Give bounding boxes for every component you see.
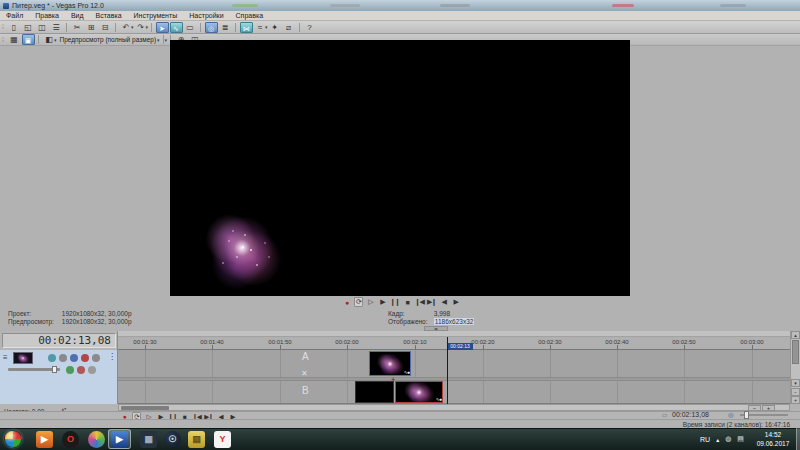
taskbar-explorer-icon[interactable]: ▦ xyxy=(140,431,157,448)
scroll-down-button[interactable]: ▾ xyxy=(791,379,800,387)
track-menu-icon[interactable]: ≡ xyxy=(3,353,8,362)
auto-crossfade-button[interactable]: ⋈ xyxy=(240,22,253,33)
taskbar-clock[interactable]: 14:52 09.06.2017 xyxy=(752,430,794,448)
composite-child-letter: В xyxy=(302,386,309,396)
horizontal-scroll-thumb[interactable] xyxy=(121,406,169,410)
track-motion-button[interactable] xyxy=(59,354,67,362)
solo-button[interactable] xyxy=(92,354,100,362)
scroll-up-button[interactable]: ▴ xyxy=(791,331,800,339)
external-monitor-button[interactable]: ▣ xyxy=(22,34,35,45)
zoom-tool-icon[interactable]: ◎ xyxy=(728,411,734,419)
tray-expand-icon[interactable]: ▴ xyxy=(716,436,719,443)
preview-quality-dropdown-icon[interactable]: ▾ xyxy=(157,37,160,43)
vertical-scroll-thumb[interactable] xyxy=(792,340,799,364)
selection-edit-tool-button[interactable]: ▭ xyxy=(184,22,197,33)
current-timecode-display[interactable]: 00:02:13,08 xyxy=(2,333,116,348)
record-button[interactable]: ● xyxy=(342,299,351,306)
taskbar-vegas-pro-icon[interactable]: ▶ xyxy=(111,431,128,448)
menu-file[interactable]: Файл xyxy=(0,12,29,19)
redo-dropdown-icon[interactable]: ▾ xyxy=(146,24,149,30)
video-event-track2-selected[interactable]: ∿● xyxy=(395,381,443,403)
taskbar-yandex-icon[interactable]: Y xyxy=(214,431,231,448)
tray-icon[interactable]: ◍ xyxy=(725,435,731,443)
event-fx-icon[interactable]: ∿● xyxy=(404,369,409,375)
pause-button[interactable]: ❙❙ xyxy=(390,298,400,306)
timeline-zoom-slider[interactable] xyxy=(740,414,788,416)
video-event-track1[interactable]: ∿● xyxy=(369,351,411,376)
previous-frame-button[interactable]: ◀ xyxy=(439,298,448,306)
lock-envelopes-button[interactable]: ✦ xyxy=(268,22,281,33)
menu-view[interactable]: Вид xyxy=(65,12,90,19)
preview-value: 1920x1080x32, 30,000p xyxy=(62,318,132,325)
toolbar-separator xyxy=(38,35,39,44)
preview-toolbar-grip-icon[interactable]: ⁞ xyxy=(2,35,7,45)
stop-button[interactable]: ■ xyxy=(403,299,412,306)
timeline-horizontal-scrollbar[interactable]: − + xyxy=(118,404,790,411)
track-zoom-out-button[interactable]: − xyxy=(791,388,800,396)
timeline-track-area[interactable]: А ✕ В ∿● + ∿● xyxy=(118,350,790,404)
play-button[interactable]: ▶ xyxy=(378,298,387,306)
zoom-slider-thumb[interactable] xyxy=(744,411,749,419)
menu-options[interactable]: Настройки xyxy=(183,12,229,19)
next-frame-button[interactable]: ▶ xyxy=(451,298,460,306)
edit-cursor[interactable] xyxy=(447,337,448,404)
play-from-start-button[interactable]: ▷ xyxy=(366,298,375,306)
bypass-motion-blur-button[interactable] xyxy=(48,354,56,362)
marker-bar[interactable] xyxy=(118,331,790,337)
event-fx-icon[interactable]: ∿● xyxy=(436,396,441,402)
language-indicator[interactable]: RU xyxy=(700,436,710,443)
show-desktop-button[interactable] xyxy=(796,428,800,450)
composite-level-slider[interactable] xyxy=(8,368,60,371)
video-event-track2-black[interactable] xyxy=(355,381,394,403)
video-output-fx-button[interactable]: ▦ xyxy=(8,34,21,45)
ruler-tickmark xyxy=(145,345,146,349)
make-compositing-child-button[interactable] xyxy=(77,366,85,374)
title-bar[interactable]: Питер.veg * - Vegas Pro 12.0 xyxy=(0,0,800,11)
track-zoom-in-button[interactable]: + xyxy=(791,396,800,404)
new-project-button[interactable]: ▯ xyxy=(8,22,21,33)
composite-level-slider-thumb[interactable] xyxy=(52,366,57,373)
envelope-edit-tool-button[interactable]: ∿ xyxy=(170,22,183,33)
compositing-mode-button[interactable] xyxy=(66,366,74,374)
enable-snapping-button[interactable]: ≣ xyxy=(219,22,232,33)
paste-button[interactable]: ⊟ xyxy=(99,22,112,33)
menu-help[interactable]: Справка xyxy=(230,12,269,19)
help-button[interactable]: ? xyxy=(303,22,316,33)
project-label: Проект: xyxy=(8,310,60,318)
composite-parent-letter: А xyxy=(302,352,309,362)
video-track-header[interactable]: ≡ ⋮ xyxy=(0,350,118,404)
tray-icon[interactable]: ▤ xyxy=(737,435,744,443)
menu-tools[interactable]: Инструменты xyxy=(128,12,184,19)
save-button[interactable]: ◫ xyxy=(36,22,49,33)
displayed-value: 1186x623x32 xyxy=(434,318,475,325)
menu-edit[interactable]: Правка xyxy=(29,12,65,19)
taskbar-opera-icon[interactable]: O xyxy=(62,431,79,448)
toolbar-grip-icon[interactable]: ⁞ xyxy=(2,22,7,32)
open-button[interactable]: ◱ xyxy=(22,22,35,33)
copy-button[interactable]: ⊞ xyxy=(85,22,98,33)
taskbar-steam-icon[interactable]: ☉ xyxy=(164,431,181,448)
track-fx-button[interactable] xyxy=(70,354,78,362)
taskbar-photos-icon[interactable]: ▤ xyxy=(188,431,205,448)
preview-quality-label[interactable]: Предпросмотр (полный размер) xyxy=(60,36,157,43)
ignore-grouping-button[interactable]: ⧄ xyxy=(282,22,295,33)
mute-button[interactable] xyxy=(81,354,89,362)
start-button[interactable] xyxy=(4,430,22,448)
cursor-timecode-readout[interactable]: 00:02:13,08 xyxy=(672,411,709,418)
taskbar-media-player-icon[interactable]: ▶ xyxy=(36,431,53,448)
zoom-edit-tool-button[interactable]: ◎ xyxy=(205,22,218,33)
menu-insert[interactable]: Вставка xyxy=(90,12,128,19)
taskbar-game-icon[interactable] xyxy=(88,431,105,448)
go-to-start-button[interactable]: ❙◀ xyxy=(415,298,424,306)
split-screen-dropdown-icon[interactable]: ▾ xyxy=(54,37,57,43)
project-properties-button[interactable]: ☰ xyxy=(50,22,63,33)
loop-playback-button[interactable]: ⟳ xyxy=(354,297,363,307)
go-to-end-button[interactable]: ▶❙ xyxy=(427,298,436,306)
overlays-dropdown-icon[interactable]: ▾ xyxy=(165,37,168,43)
normal-edit-tool-button[interactable]: ➤ xyxy=(156,22,169,33)
track-automation-button[interactable] xyxy=(88,366,96,374)
frame-value: 3,998 xyxy=(434,310,450,317)
track-more-options-icon[interactable]: ⋮ xyxy=(108,352,116,361)
cut-button[interactable]: ✂ xyxy=(71,22,84,33)
timeline-vertical-scrollbar[interactable]: ▴ ▾ − + xyxy=(790,331,800,404)
